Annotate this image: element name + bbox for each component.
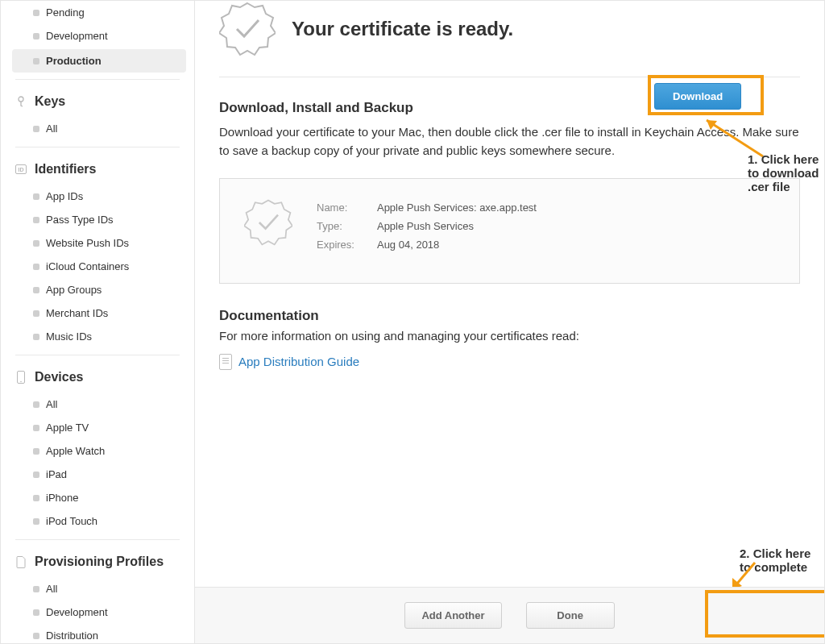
sidebar-item-production[interactable]: Production bbox=[12, 49, 186, 73]
sidebar-item-pass-type-ids[interactable]: Pass Type IDs bbox=[1, 208, 194, 231]
sidebar-item-pending[interactable]: Pending bbox=[1, 1, 194, 24]
sidebar-item-merchant-ids[interactable]: Merchant IDs bbox=[1, 301, 194, 325]
page-title: Your certificate is ready. bbox=[292, 18, 513, 40]
id-icon: ID bbox=[15, 164, 27, 174]
certificate-seal-icon bbox=[219, 1, 276, 57]
sidebar-item-apple-tv[interactable]: Apple TV bbox=[1, 416, 194, 439]
documentation-title: Documentation bbox=[219, 308, 800, 324]
sidebar-item-app-groups[interactable]: App Groups bbox=[1, 278, 194, 301]
field-name-label: Name: bbox=[317, 198, 377, 217]
sidebar-item-app-ids[interactable]: App IDs bbox=[1, 185, 194, 208]
svg-marker-6 bbox=[244, 200, 292, 244]
sidebar-header-keys: Keys bbox=[1, 86, 194, 117]
sidebar-item-apple-watch[interactable]: Apple Watch bbox=[1, 439, 194, 463]
sidebar-item-website-push-ids[interactable]: Website Push IDs bbox=[1, 231, 194, 255]
sidebar-header-identifiers: ID Identifiers bbox=[1, 154, 194, 185]
svg-line-7 bbox=[707, 120, 763, 156]
certificate-seal-small-icon bbox=[244, 198, 292, 254]
documentation-desc: For more information on using and managi… bbox=[219, 329, 800, 343]
svg-point-4 bbox=[20, 381, 22, 383]
sidebar-header-devices: Devices bbox=[1, 362, 194, 393]
svg-marker-5 bbox=[219, 3, 276, 55]
sidebar-item-profiles-distribution[interactable]: Distribution bbox=[1, 624, 194, 644]
profile-icon bbox=[15, 556, 27, 568]
sidebar-item-music-ids[interactable]: Music IDs bbox=[1, 325, 194, 348]
document-icon bbox=[219, 354, 232, 370]
field-type-label: Type: bbox=[317, 217, 377, 235]
sidebar-item-icloud-containers[interactable]: iCloud Containers bbox=[1, 255, 194, 278]
sidebar-item-keys-all[interactable]: All bbox=[1, 117, 194, 140]
field-name-value: Apple Push Services: axe.app.test bbox=[377, 198, 537, 217]
main-content: Your certificate is ready. Download, Ins… bbox=[195, 1, 824, 643]
sidebar: Pending Development Production Keys All … bbox=[1, 1, 195, 643]
field-expires-label: Expires: bbox=[317, 235, 377, 254]
key-icon bbox=[15, 96, 27, 107]
download-button[interactable]: Download bbox=[654, 83, 741, 110]
sidebar-item-ipod-touch[interactable]: iPod Touch bbox=[1, 509, 194, 533]
field-type-value: Apple Push Services bbox=[377, 217, 537, 235]
certificate-card: Name:Apple Push Services: axe.app.test T… bbox=[219, 178, 800, 284]
sidebar-item-devices-all[interactable]: All bbox=[1, 393, 194, 416]
app-distribution-guide-link[interactable]: App Distribution Guide bbox=[238, 355, 359, 368]
sidebar-item-iphone[interactable]: iPhone bbox=[1, 486, 194, 509]
footer-bar: Add Another Done bbox=[195, 587, 824, 643]
add-another-button[interactable]: Add Another bbox=[404, 602, 501, 629]
sidebar-item-development[interactable]: Development bbox=[1, 24, 194, 48]
sidebar-item-profiles-all[interactable]: All bbox=[1, 577, 194, 600]
done-button[interactable]: Done bbox=[526, 602, 615, 629]
svg-point-0 bbox=[19, 97, 23, 102]
device-icon bbox=[15, 371, 27, 384]
sidebar-header-profiles: Provisioning Profiles bbox=[1, 546, 194, 577]
annotation-1: 1. Click here to download .cer file bbox=[748, 152, 824, 193]
sidebar-item-ipad[interactable]: iPad bbox=[1, 463, 194, 486]
sidebar-item-profiles-development[interactable]: Development bbox=[1, 600, 194, 624]
svg-text:ID: ID bbox=[19, 167, 24, 172]
field-expires-value: Aug 04, 2018 bbox=[377, 235, 537, 254]
